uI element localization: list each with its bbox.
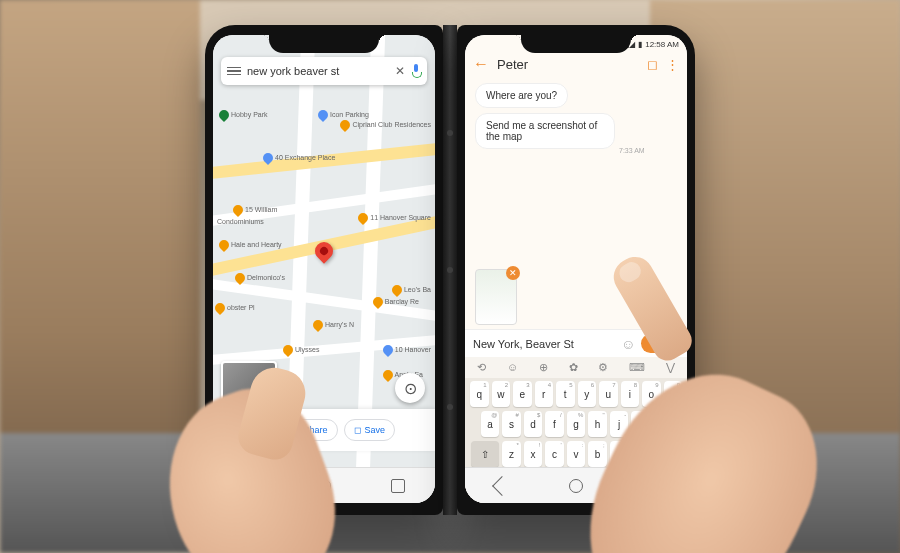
emoji-icon[interactable]: ☺ — [621, 336, 635, 352]
key-o[interactable]: 9o — [642, 381, 661, 407]
poi[interactable]: Delmonico's — [235, 273, 285, 283]
key-shift[interactable]: ⇧ — [471, 441, 499, 467]
poi[interactable]: Cipriani Club Residences — [340, 120, 431, 130]
key-s[interactable]: #s — [502, 411, 521, 437]
key-x[interactable]: !x — [524, 441, 543, 467]
nav-recent-icon[interactable] — [391, 479, 405, 493]
key-z[interactable]: *z — [502, 441, 521, 467]
kb-tool-icon[interactable]: ⟲ — [477, 361, 486, 374]
key-j[interactable]: -j — [610, 411, 629, 437]
key-m[interactable]: ,m — [631, 441, 650, 467]
notch — [269, 35, 379, 53]
device-hinge — [443, 25, 457, 515]
key-c[interactable]: 'c — [545, 441, 564, 467]
nav-home-icon[interactable] — [317, 479, 331, 493]
android-navbar — [213, 467, 435, 503]
key-a[interactable]: @a — [481, 411, 500, 437]
save-button[interactable]: ◻Save — [344, 419, 396, 441]
locate-button[interactable] — [395, 373, 425, 403]
nav-recent-icon[interactable] — [643, 479, 657, 493]
mic-icon[interactable] — [411, 64, 421, 78]
key-w[interactable]: 2w — [492, 381, 511, 407]
key-n[interactable]: ?n — [610, 441, 629, 467]
search-bar[interactable]: new york beaver st ✕ — [221, 57, 427, 85]
message-bubble[interactable]: Where are you? — [475, 83, 568, 108]
back-icon[interactable]: ← — [473, 55, 489, 73]
kb-tool-icon[interactable]: ☺ — [507, 361, 518, 374]
key-v[interactable]: :v — [567, 441, 586, 467]
keyboard-toolbar: ⟲ ☺ ⊕ ✿ ⚙ ⌨ ⋁ — [465, 357, 687, 378]
poi[interactable]: Harry's N — [313, 320, 354, 330]
notch — [521, 35, 631, 53]
poi[interactable]: Ulysses — [283, 345, 320, 355]
key-l[interactable]: (l — [653, 411, 672, 437]
clock: 12:58 AM — [645, 40, 679, 49]
more-icon[interactable]: ⋮ — [666, 57, 679, 72]
kb-tool-icon[interactable]: ⚙ — [598, 361, 608, 374]
phone-right: ▮◢ ▮ 12:58 AM ← Peter ◻ ⋮ Where are you?… — [457, 25, 695, 515]
key-k[interactable]: +k — [631, 411, 650, 437]
key-h[interactable]: "h — [588, 411, 607, 437]
kb-tool-icon[interactable]: ⋁ — [666, 361, 675, 374]
contact-name[interactable]: Peter — [497, 57, 639, 72]
poi[interactable]: 40 Exchange Place — [263, 153, 335, 163]
key-q[interactable]: 1q — [470, 381, 489, 407]
key-backspace[interactable]: ⌫ — [653, 441, 681, 467]
compose-input[interactable]: New York, Beaver St — [473, 338, 615, 350]
android-navbar — [465, 467, 687, 503]
kb-tool-icon[interactable]: ⌨ — [629, 361, 645, 374]
key-i[interactable]: 8i — [621, 381, 640, 407]
message-list[interactable]: Where are you? Send me a screenshot of t… — [465, 75, 687, 162]
nav-back-icon[interactable] — [240, 476, 260, 496]
poi[interactable]: 10 Hanover — [383, 345, 431, 355]
search-input[interactable]: new york beaver st — [247, 65, 389, 77]
timestamp: 7:33 AM — [619, 147, 645, 154]
clear-icon[interactable]: ✕ — [395, 64, 405, 78]
nav-back-icon[interactable] — [492, 476, 512, 496]
kb-tool-icon[interactable]: ✿ — [569, 361, 578, 374]
key-u[interactable]: 7u — [599, 381, 618, 407]
key-f[interactable]: /f — [545, 411, 564, 437]
contact-icon[interactable]: ◻ — [647, 57, 658, 72]
key-b[interactable]: ;b — [588, 441, 607, 467]
kb-tool-icon[interactable]: ⊕ — [539, 361, 548, 374]
poi[interactable]: Barclay Re — [373, 297, 419, 307]
key-g[interactable]: %g — [567, 411, 586, 437]
poi[interactable]: 11 Hanover Square — [358, 213, 431, 223]
poi[interactable]: Hale and Hearty — [219, 240, 282, 250]
poi[interactable]: Hobby Park — [219, 110, 268, 120]
key-p[interactable]: 0p — [664, 381, 683, 407]
poi[interactable]: Leo's Ba — [392, 285, 431, 295]
key-e[interactable]: 3e — [513, 381, 532, 407]
message-bubble[interactable]: Send me a screenshot of the map — [475, 113, 615, 149]
poi[interactable]: 15 William — [233, 205, 277, 215]
key-t[interactable]: 5t — [556, 381, 575, 407]
nav-home-icon[interactable] — [569, 479, 583, 493]
key-r[interactable]: 4r — [535, 381, 554, 407]
key-y[interactable]: 6y — [578, 381, 597, 407]
poi[interactable]: Icon Parking — [318, 110, 369, 120]
menu-icon[interactable] — [227, 67, 241, 76]
key-d[interactable]: $d — [524, 411, 543, 437]
attachment-thumbnail[interactable] — [475, 269, 517, 325]
poi[interactable]: obster Pl — [215, 303, 255, 313]
